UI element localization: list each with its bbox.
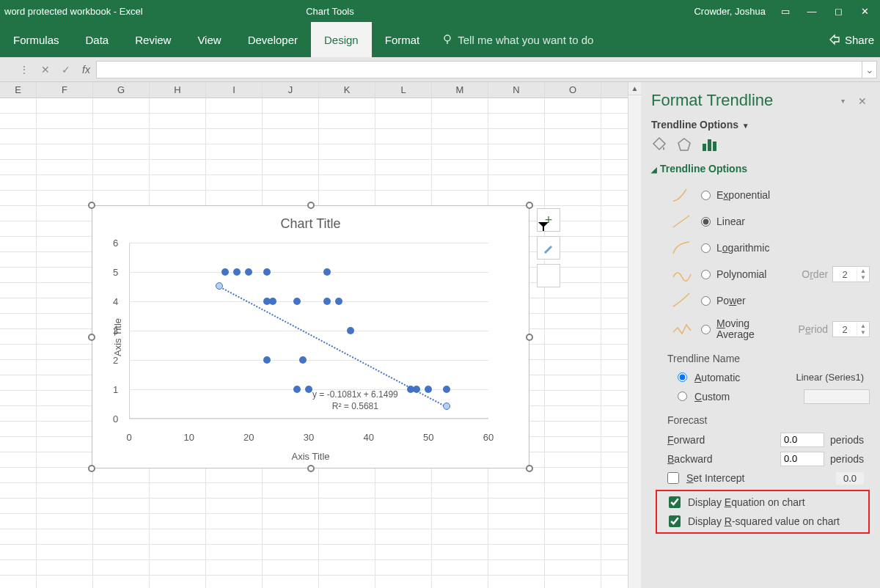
radio-moving-average[interactable] <box>701 325 711 334</box>
order-spinner[interactable]: ▲▼ <box>832 266 870 282</box>
trendline-equation-label[interactable]: y = -0.1081x + 6.1499 R² = 0.5681 <box>312 389 398 412</box>
col-N[interactable]: N <box>488 82 545 98</box>
col-F[interactable]: F <box>37 82 93 98</box>
col-O[interactable]: O <box>545 82 601 98</box>
chart-title[interactable]: Chart Title <box>92 206 529 232</box>
name-box-dropdown[interactable]: ⋮ <box>13 64 35 76</box>
enter-formula-icon[interactable]: ✓ <box>56 61 76 78</box>
option-linear[interactable]: Linear <box>656 208 870 235</box>
lightbulb-icon <box>441 34 453 45</box>
formula-bar: ⋮ ✕ ✓ fx ⌄ <box>0 57 880 82</box>
tell-me[interactable]: Tell me what you want to do <box>441 34 593 46</box>
section-trendline-options[interactable]: ◢Trendline Options <box>651 163 870 174</box>
column-headers: E F G H I J K L M N O <box>0 82 628 98</box>
share-icon <box>829 34 840 45</box>
intercept-value: 0.0 <box>836 472 864 485</box>
option-power[interactable]: Power <box>656 287 870 314</box>
backward-input[interactable] <box>780 452 824 466</box>
tab-data[interactable]: Data <box>73 22 122 57</box>
col-I[interactable]: I <box>206 82 263 98</box>
col-J[interactable]: J <box>263 82 319 98</box>
y-axis-title[interactable]: Axis Title <box>112 317 123 356</box>
option-exponential[interactable]: Exponential <box>656 182 870 208</box>
resize-handle[interactable] <box>526 202 533 209</box>
linear-icon <box>672 213 692 230</box>
power-icon <box>672 292 692 309</box>
polynomial-icon <box>672 265 692 283</box>
radio-exponential[interactable] <box>701 191 711 200</box>
funnel-icon <box>538 221 560 331</box>
close-icon[interactable]: ✕ <box>858 6 871 17</box>
pane-options-icon[interactable]: ▾ <box>841 97 845 105</box>
resize-handle[interactable] <box>88 202 95 209</box>
col-E[interactable]: E <box>0 82 37 98</box>
formula-expand-icon[interactable]: ⌄ <box>862 61 877 78</box>
display-r-squared-row[interactable]: Display R-squared value on chart <box>657 512 868 531</box>
resize-handle[interactable] <box>88 465 95 472</box>
automatic-name[interactable]: Automatic Linear (Series1) <box>656 369 870 386</box>
tab-view[interactable]: View <box>184 22 234 57</box>
forward-row: Forward periods <box>656 430 870 449</box>
custom-name[interactable]: Custom <box>656 386 870 407</box>
checkbox-display-equation[interactable] <box>669 496 681 508</box>
radio-power[interactable] <box>701 296 711 306</box>
resize-handle[interactable] <box>526 334 533 341</box>
set-intercept-row[interactable]: Set Intercept 0.0 <box>656 468 870 488</box>
forward-input[interactable] <box>780 433 824 447</box>
trendline-options-icon[interactable] <box>701 136 719 152</box>
resize-handle[interactable] <box>526 465 533 472</box>
vertical-scrollbar[interactable]: ▲ <box>628 82 641 588</box>
option-moving-average[interactable]: MovingAverage Period ▲▼ <box>656 314 870 345</box>
r-squared-text: R² = 0.5681 <box>332 401 378 411</box>
col-M[interactable]: M <box>432 82 488 98</box>
ribbon-display-options-icon[interactable]: ▭ <box>779 6 792 17</box>
custom-name-input[interactable] <box>804 389 870 404</box>
resize-handle[interactable] <box>307 465 315 472</box>
tab-formulas[interactable]: Formulas <box>0 22 73 57</box>
tab-design[interactable]: Design <box>311 22 372 57</box>
svg-point-0 <box>444 35 450 41</box>
pane-close-icon[interactable]: ✕ <box>858 95 867 107</box>
col-G[interactable]: G <box>93 82 150 98</box>
checkbox-display-r-squared[interactable] <box>669 515 681 527</box>
share-button[interactable]: Share <box>829 34 880 46</box>
checkbox-set-intercept[interactable] <box>667 472 679 484</box>
option-logarithmic[interactable]: Logarithmic <box>656 235 870 261</box>
scroll-up-icon[interactable]: ▲ <box>628 82 641 95</box>
svg-rect-3 <box>703 144 706 151</box>
chart-filters-button[interactable] <box>537 264 560 287</box>
col-H[interactable]: H <box>150 82 206 98</box>
x-axis-title[interactable]: Axis Title <box>92 451 529 462</box>
fx-label[interactable]: fx <box>82 64 90 76</box>
tab-review[interactable]: Review <box>122 22 184 57</box>
col-K[interactable]: K <box>319 82 375 98</box>
chart-object[interactable]: Chart Title Axis Title Axis Title 012345… <box>92 205 529 468</box>
period-spinner[interactable]: ▲▼ <box>832 321 870 337</box>
svg-line-6 <box>673 216 689 227</box>
radio-custom[interactable] <box>678 392 687 401</box>
radio-polynomial[interactable] <box>701 270 711 279</box>
fill-options-icon[interactable] <box>651 136 667 152</box>
option-polynomial[interactable]: Polynomial Order ▲▼ <box>656 261 870 287</box>
tab-format[interactable]: Format <box>372 22 433 57</box>
order-input[interactable] <box>833 267 857 282</box>
pane-subtitle[interactable]: Trendline Options ▼ <box>651 119 870 131</box>
resize-handle[interactable] <box>307 202 315 209</box>
cancel-formula-icon[interactable]: ✕ <box>35 61 56 78</box>
linear-label: Linear <box>716 216 745 227</box>
col-L[interactable]: L <box>375 82 432 98</box>
period-input[interactable] <box>833 322 857 337</box>
chart-tools-label: Chart Tools <box>286 6 374 17</box>
periods-label: periods <box>830 434 864 446</box>
radio-automatic[interactable] <box>678 372 687 382</box>
display-equation-row[interactable]: Display Equation on chart <box>657 493 868 512</box>
maximize-icon[interactable]: ◻ <box>832 6 845 17</box>
radio-linear[interactable] <box>701 217 711 227</box>
resize-handle[interactable] <box>88 334 95 341</box>
worksheet-area[interactable]: E F G H I J K L M N O Chart Title Axis T… <box>0 82 628 588</box>
radio-logarithmic[interactable] <box>701 243 711 253</box>
minimize-icon[interactable]: — <box>805 6 818 17</box>
formula-input[interactable] <box>96 61 862 78</box>
tab-developer[interactable]: Developer <box>235 22 311 57</box>
effects-options-icon[interactable] <box>676 136 692 152</box>
